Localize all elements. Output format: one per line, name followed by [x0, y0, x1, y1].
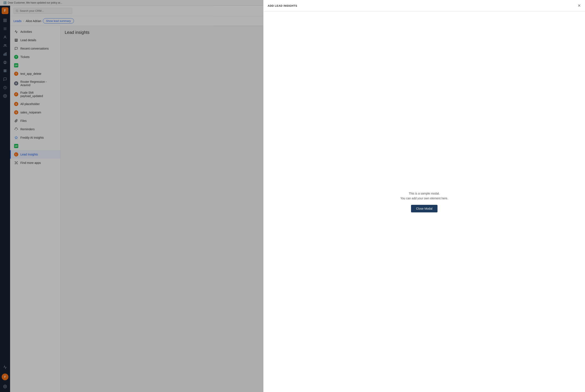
modal-line2: You can add your own element here.: [400, 196, 448, 200]
modal-dialog: ADD LEAD INSIGHTS ✕ This is a sample mod…: [263, 0, 585, 392]
modal-line1: This is a sample modal.: [400, 191, 448, 196]
modal-overlay: ADD LEAD INSIGHTS ✕ This is a sample mod…: [0, 0, 585, 392]
modal-close-button[interactable]: ✕: [578, 3, 581, 8]
close-modal-button[interactable]: Close Modal: [411, 205, 438, 212]
modal-header: ADD LEAD INSIGHTS ✕: [264, 0, 585, 12]
modal-body: This is a sample modal. You can add your…: [264, 12, 585, 392]
modal-title: ADD LEAD INSIGHTS: [268, 4, 297, 7]
modal-sample-text: This is a sample modal. You can add your…: [400, 191, 448, 200]
